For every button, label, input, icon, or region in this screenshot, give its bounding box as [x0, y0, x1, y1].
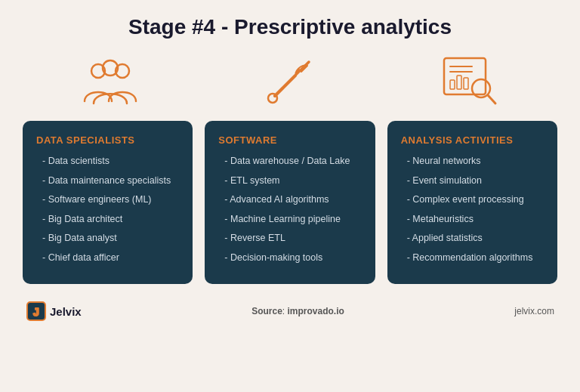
- svg-line-14: [488, 95, 495, 103]
- svg-rect-12: [464, 78, 468, 89]
- software-icon: [202, 54, 378, 107]
- list-item: ETL system: [218, 174, 361, 188]
- card-title-software: SOFTWARE: [218, 134, 361, 146]
- card-title-analysis-activities: ANALYSIS ACTIVITIES: [401, 134, 544, 146]
- logo: J Jelvix: [26, 301, 82, 322]
- logo-text: Jelvix: [50, 305, 82, 318]
- list-item: Data scientists: [36, 155, 179, 168]
- page-title: Stage #4 - Prescriptive analytics: [128, 15, 452, 39]
- list-item: Software engineers (ML): [36, 193, 179, 207]
- svg-line-5: [275, 88, 282, 96]
- footer-url: jelvix.com: [514, 306, 554, 316]
- footer: J Jelvix Source: improvado.io jelvix.com: [23, 301, 557, 322]
- list-item: Metaheuristics: [401, 213, 544, 227]
- list-item: Big Data analyst: [36, 232, 179, 245]
- svg-rect-10: [450, 80, 455, 89]
- svg-text:J: J: [33, 306, 39, 318]
- list-item: Data warehouse / Data Lake: [218, 155, 361, 168]
- list-item: Advanced AI algorithms: [218, 193, 361, 207]
- card-list-software: Data warehouse / Data LakeETL systemAdva…: [218, 155, 361, 264]
- analysis-icon: [380, 54, 557, 107]
- list-item: Complex event processing: [401, 193, 544, 207]
- card-title-data-specialists: DATA SPECIALISTS: [36, 134, 179, 146]
- list-item: Data maintenance specialists: [36, 174, 179, 188]
- list-item: Decision-making tools: [218, 252, 361, 265]
- list-item: Chief data afficer: [36, 252, 179, 265]
- list-item: Event simulation: [401, 174, 544, 188]
- card-list-data-specialists: Data scientistsData maintenance speciali…: [36, 155, 179, 264]
- svg-rect-11: [457, 76, 461, 89]
- list-item: Recommendation algorithms: [401, 252, 544, 265]
- data-specialists-icon: [23, 54, 200, 107]
- list-item: Big Data architect: [36, 213, 179, 227]
- card-software: SOFTWAREData warehouse / Data LakeETL sy…: [205, 121, 375, 284]
- card-analysis-activities: ANALYSIS ACTIVITIESNeural networksEvent …: [387, 121, 557, 284]
- list-item: Machine Learning pipeline: [218, 213, 361, 227]
- list-item: Reverse ETL: [218, 232, 361, 245]
- card-data-specialists: DATA SPECIALISTSData scientistsData main…: [23, 121, 193, 284]
- list-item: Neural networks: [401, 155, 544, 168]
- source-attribution: Source: improvado.io: [251, 306, 344, 316]
- list-item: Applied statistics: [401, 232, 544, 245]
- icons-row: [23, 54, 557, 107]
- cards-container: DATA SPECIALISTSData scientistsData main…: [23, 121, 557, 284]
- card-list-analysis-activities: Neural networksEvent simulationComplex e…: [401, 155, 544, 264]
